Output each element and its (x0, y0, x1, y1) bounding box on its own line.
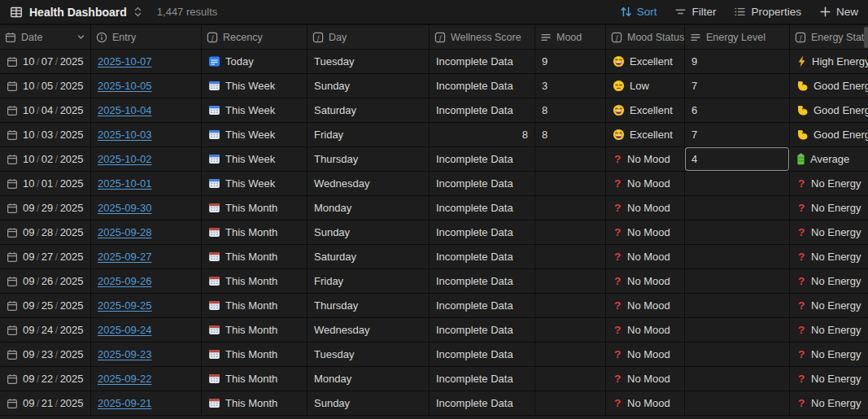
cell-wellness-score[interactable]: Incomplete Data (430, 269, 535, 293)
cell-energy-status[interactable]: ?No Energy (790, 269, 868, 293)
cell-entry[interactable]: 2025-10-03 (91, 123, 202, 146)
chevron-down-icon[interactable] (76, 33, 85, 41)
cell-entry[interactable]: 2025-09-23 (91, 343, 202, 366)
cell-mood-status[interactable]: ?No Mood (606, 220, 685, 244)
cell-energy-status[interactable]: ?No Energy (790, 294, 868, 317)
cell-recency[interactable]: This Month (202, 391, 308, 415)
entry-link[interactable]: 2025-09-22 (98, 373, 152, 385)
cell-mood[interactable] (535, 391, 606, 415)
cell-day[interactable]: Friday (308, 269, 430, 293)
cell-energy-status[interactable]: ?No Energy (790, 318, 868, 342)
cell-mood-status[interactable]: Excellent (606, 98, 685, 122)
view-title[interactable]: Health Dashboard (29, 6, 127, 19)
cell-day[interactable]: Thursday (308, 294, 430, 317)
column-header-recency[interactable]: fRecency (202, 25, 308, 49)
cell-date[interactable]: 09/28/2025 (0, 220, 91, 244)
cell-energy-status[interactable]: ?No Energy (790, 196, 868, 220)
cell-entry[interactable]: 2025-09-24 (91, 318, 202, 342)
cell-energy-level[interactable] (685, 367, 790, 391)
cell-wellness-score[interactable]: Incomplete Data (430, 318, 535, 342)
cell-entry[interactable]: 2025-09-25 (91, 294, 202, 317)
column-header-energy[interactable]: Energy Level (685, 25, 790, 49)
cell-date[interactable]: 09/29/2025 (0, 196, 91, 220)
cell-date[interactable]: 09/23/2025 (0, 343, 91, 366)
cell-energy-level[interactable] (685, 172, 790, 195)
cell-energy-status[interactable]: Average (790, 147, 868, 171)
cell-mood-status[interactable]: ?No Mood (606, 318, 685, 342)
cell-mood[interactable]: 8 (535, 98, 606, 122)
cell-date[interactable]: 10/05/2025 (0, 74, 91, 98)
cell-recency[interactable]: This Week (202, 98, 308, 122)
cell-recency[interactable]: This Week (202, 172, 308, 195)
cell-wellness-score[interactable]: Incomplete Data (430, 343, 535, 366)
cell-entry[interactable]: 2025-09-27 (91, 245, 202, 268)
cell-energy-status[interactable]: ?No Energy (790, 367, 868, 391)
cell-recency[interactable]: This Week (202, 123, 308, 146)
cell-mood-status[interactable]: ?No Mood (606, 391, 685, 415)
vertical-scrollbar-thumb[interactable] (864, 27, 868, 48)
cell-energy-status[interactable]: ?No Energy (790, 172, 868, 195)
cell-day[interactable]: Wednesday (308, 318, 430, 342)
cell-entry[interactable]: 2025-09-21 (91, 391, 202, 415)
toolbar-new-button[interactable]: New (819, 6, 858, 18)
cell-energy-level-selected[interactable]: 4 (685, 147, 790, 171)
column-header-entry[interactable]: Entry (91, 25, 202, 49)
cell-recency[interactable]: This Month (202, 318, 308, 342)
cell-entry[interactable]: 2025-09-26 (91, 269, 202, 293)
cell-wellness-score[interactable]: Incomplete Data (430, 172, 535, 195)
entry-link[interactable]: 2025-10-07 (98, 55, 152, 68)
cell-entry[interactable]: 2025-10-07 (91, 50, 202, 73)
entry-link[interactable]: 2025-09-28 (98, 226, 152, 238)
cell-date[interactable]: 10/02/2025 (0, 147, 91, 171)
cell-day[interactable]: Thursday (308, 147, 430, 171)
cell-energy-level[interactable] (685, 391, 790, 415)
entry-link[interactable]: 2025-09-25 (98, 299, 152, 312)
entry-link[interactable]: 2025-10-03 (98, 129, 152, 141)
cell-mood[interactable] (535, 220, 606, 244)
entry-link[interactable]: 2025-10-02 (98, 153, 152, 165)
toolbar-properties-button[interactable]: Properties (734, 6, 801, 18)
cell-wellness-score[interactable]: Incomplete Data (430, 196, 535, 220)
cell-day[interactable]: Wednesday (308, 172, 430, 195)
cell-recency[interactable]: This Month (202, 245, 308, 268)
cell-recency[interactable]: This Month (202, 196, 308, 220)
cell-energy-level[interactable] (685, 196, 790, 220)
cell-wellness-score[interactable]: 8 (430, 123, 535, 146)
cell-wellness-score[interactable]: Incomplete Data (430, 50, 535, 73)
cell-energy-level[interactable]: 7 (685, 123, 790, 146)
cell-mood-status[interactable]: ?No Mood (606, 269, 685, 293)
cell-mood-status[interactable]: ?No Mood (606, 343, 685, 366)
cell-wellness-score[interactable]: Incomplete Data (430, 245, 535, 268)
cell-day[interactable]: Monday (308, 196, 430, 220)
cell-wellness-score[interactable]: Incomplete Data (430, 220, 535, 244)
cell-mood-status[interactable]: ?No Mood (606, 196, 685, 220)
cell-day[interactable]: Sunday (308, 220, 430, 244)
cell-energy-level[interactable] (685, 343, 790, 366)
cell-mood[interactable] (535, 318, 606, 342)
cell-recency[interactable]: This Month (202, 367, 308, 391)
cell-energy-status[interactable]: ?No Energy (790, 245, 868, 268)
cell-mood-status[interactable]: Excellent (606, 123, 685, 146)
cell-energy-status[interactable]: Good Energy (790, 98, 868, 122)
cell-mood[interactable] (535, 196, 606, 220)
cell-energy-status[interactable]: Good Energy (790, 74, 868, 98)
entry-link[interactable]: 2025-10-04 (98, 104, 152, 116)
up-down-chevrons-icon[interactable] (133, 6, 142, 18)
cell-date[interactable]: 09/22/2025 (0, 367, 91, 391)
cell-energy-status[interactable]: ?No Energy (790, 220, 868, 244)
cell-energy-level[interactable] (685, 220, 790, 244)
cell-date[interactable]: 10/01/2025 (0, 172, 91, 195)
cell-mood[interactable]: 3 (535, 74, 606, 98)
cell-date[interactable]: 10/03/2025 (0, 123, 91, 146)
cell-energy-level[interactable]: 9 (685, 50, 790, 73)
cell-energy-status[interactable]: ?No Energy (790, 343, 868, 366)
cell-date[interactable]: 09/25/2025 (0, 294, 91, 317)
cell-recency[interactable]: This Month (202, 220, 308, 244)
cell-mood-status[interactable]: ?No Mood (606, 172, 685, 195)
cell-day[interactable]: Tuesday (308, 50, 430, 73)
cell-energy-level[interactable]: 6 (685, 98, 790, 122)
cell-mood[interactable] (535, 343, 606, 366)
toolbar-sort-button[interactable]: Sort (620, 6, 657, 18)
cell-recency[interactable]: This Week (202, 147, 308, 171)
cell-date[interactable]: 10/04/2025 (0, 98, 91, 122)
